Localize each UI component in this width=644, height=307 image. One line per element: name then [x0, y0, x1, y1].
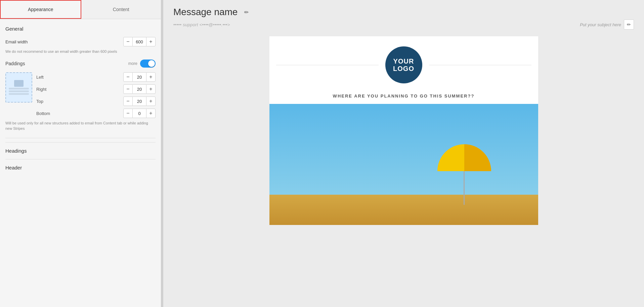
logo-line-right	[429, 65, 531, 65]
email-hero-image	[269, 104, 538, 225]
preview-image	[14, 80, 24, 87]
padding-bottom-row: Bottom − +	[36, 109, 156, 118]
padding-bottom-increase-btn[interactable]: +	[146, 109, 156, 118]
edit-subject-btn[interactable]: ✏	[624, 20, 634, 30]
paddings-right: more	[128, 60, 156, 68]
padding-bottom-stepper: − +	[123, 109, 156, 118]
subject-text: Put your subject here	[580, 22, 621, 27]
tab-bar: Appearance Content	[0, 0, 161, 19]
tab-appearance[interactable]: Appearance	[0, 0, 81, 19]
email-canvas: YOUR LOGO WHERE ARE YOU PLANNING TO GO T…	[269, 36, 538, 225]
email-width-increase-btn[interactable]: +	[146, 37, 156, 46]
subject-area: Put your subject here ✏	[580, 20, 634, 30]
email-width-row: Email width − +	[5, 37, 156, 46]
padding-top-row: Top − +	[36, 97, 156, 106]
paddings-row: Paddings more	[5, 60, 156, 68]
padding-left-label: Left	[36, 75, 53, 80]
padding-right-value[interactable]	[133, 84, 146, 94]
tab-content[interactable]: Content	[81, 0, 161, 19]
logo-text-line1: YOUR	[393, 57, 414, 65]
padding-left-stepper: − +	[123, 72, 156, 82]
email-meta-row: ••••• support <••••@•••••.•••> Put your …	[173, 20, 634, 30]
padding-fields: Left − + Right − +	[36, 72, 156, 118]
padding-right-increase-btn[interactable]: +	[146, 84, 156, 94]
umbrella-pole	[464, 171, 465, 205]
preview-line-1	[9, 88, 29, 89]
paddings-label: Paddings	[5, 61, 25, 66]
padding-top-decrease-btn[interactable]: −	[123, 97, 133, 106]
email-subtitle: WHERE ARE YOU PLANNING TO GO THIS SUMMER…	[269, 90, 538, 104]
padding-right-label: Right	[36, 87, 53, 92]
umbrella-top	[437, 144, 491, 171]
preview-line-2	[9, 90, 29, 92]
header-section[interactable]: Header	[5, 159, 156, 176]
padding-hint: Will be used only for all new structures…	[5, 121, 156, 131]
email-width-stepper: − +	[123, 37, 156, 46]
padding-top-stepper: − +	[123, 97, 156, 106]
padding-left-value[interactable]	[133, 72, 146, 82]
logo-circle: YOUR LOGO	[385, 46, 422, 83]
padding-preview-icon	[5, 72, 32, 103]
padding-right-stepper: − +	[123, 84, 156, 94]
logo-line-left	[276, 65, 379, 65]
email-title: Message name	[173, 7, 238, 17]
edit-title-btn[interactable]: ✏	[242, 7, 251, 17]
padding-bottom-decrease-btn[interactable]: −	[123, 109, 133, 118]
logo-text-line2: LOGO	[393, 65, 414, 72]
padding-top-value[interactable]	[133, 97, 146, 106]
padding-right-decrease-btn[interactable]: −	[123, 84, 133, 94]
padding-left-decrease-btn[interactable]: −	[123, 72, 133, 82]
email-logo-area: YOUR LOGO	[269, 36, 538, 90]
beach-sand	[269, 195, 538, 225]
email-width-decrease-btn[interactable]: −	[123, 37, 133, 46]
left-panel: Appearance Content General Email width −…	[0, 0, 161, 307]
paddings-more-label: more	[128, 61, 137, 66]
email-header: Message name ✏	[173, 7, 634, 17]
paddings-toggle[interactable]	[140, 60, 156, 68]
padding-right-row: Right − +	[36, 84, 156, 94]
email-width-value[interactable]	[133, 37, 146, 46]
paddings-toggle-slider	[140, 60, 156, 68]
padding-top-label: Top	[36, 99, 53, 104]
general-section-title: General	[5, 26, 156, 32]
email-from: ••••• support <••••@•••••.•••>	[173, 22, 230, 27]
preview-line-3	[9, 93, 29, 95]
headings-section[interactable]: Headings	[5, 142, 156, 159]
divider-1	[5, 138, 156, 138]
padding-left-increase-btn[interactable]: +	[146, 72, 156, 82]
email-width-label: Email width	[5, 39, 28, 44]
beach-sky	[269, 104, 538, 195]
padding-top-increase-btn[interactable]: +	[146, 97, 156, 106]
padding-left-row: Left − +	[36, 72, 156, 82]
panel-content: General Email width − + We do not recomm…	[0, 19, 161, 307]
right-panel: Message name ✏ ••••• support <••••@•••••…	[163, 0, 644, 307]
padding-bottom-label: Bottom	[36, 111, 53, 116]
beach-umbrella	[437, 144, 491, 205]
padding-bottom-value[interactable]	[133, 109, 146, 118]
email-width-hint: We do not recommend to use an email widt…	[5, 49, 156, 54]
padding-grid: Left − + Right − +	[5, 72, 156, 118]
